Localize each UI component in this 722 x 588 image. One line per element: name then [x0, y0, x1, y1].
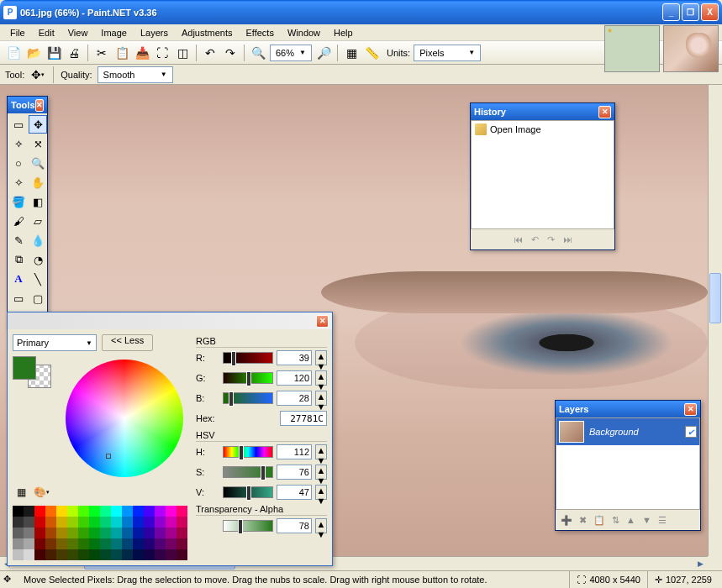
- units-dropdown[interactable]: Pixels▼: [414, 45, 481, 61]
- palette-swatch[interactable]: [177, 517, 187, 528]
- palette-swatch[interactable]: [67, 549, 78, 560]
- palette-swatch[interactable]: [111, 528, 122, 538]
- palette-swatch[interactable]: [89, 506, 100, 517]
- palette-swatch[interactable]: [56, 549, 67, 560]
- tool-move-selected[interactable]: ✥: [29, 115, 47, 134]
- alpha-input[interactable]: 78: [277, 518, 312, 533]
- close-icon[interactable]: ✕: [316, 315, 329, 328]
- palette-swatch[interactable]: [34, 538, 45, 549]
- palette-swatch[interactable]: [89, 517, 100, 528]
- v-slider[interactable]: [223, 486, 273, 498]
- layer-props-icon[interactable]: ☰: [658, 515, 667, 526]
- palette-swatch[interactable]: [166, 517, 177, 528]
- palette-swatch[interactable]: [144, 538, 155, 549]
- duplicate-layer-icon[interactable]: 📋: [593, 515, 605, 526]
- copy-icon[interactable]: 📋: [113, 45, 130, 61]
- palette-swatch[interactable]: [166, 538, 177, 549]
- menu-file[interactable]: File: [3, 26, 32, 39]
- r-input[interactable]: 39: [277, 350, 312, 365]
- history-first-icon[interactable]: ⏮: [514, 234, 523, 244]
- palette-swatch[interactable]: [34, 517, 45, 528]
- palette-swatch[interactable]: [89, 528, 100, 538]
- tool-eraser[interactable]: ▱: [29, 212, 47, 230]
- palette-swatch[interactable]: [100, 528, 111, 538]
- palette-swatch[interactable]: [155, 549, 166, 560]
- r-slider[interactable]: [223, 352, 273, 364]
- palette-swatch[interactable]: [100, 517, 111, 528]
- palette-swatch[interactable]: [177, 538, 187, 549]
- g-slider[interactable]: [223, 372, 273, 384]
- new-icon[interactable]: 📄: [5, 45, 22, 61]
- palette-swatch[interactable]: [111, 506, 122, 517]
- palette-swatch[interactable]: [89, 538, 100, 549]
- g-input[interactable]: 120: [277, 370, 312, 386]
- ruler-icon[interactable]: 📏: [363, 45, 380, 61]
- palette-swatch[interactable]: [144, 506, 155, 517]
- minimize-button[interactable]: _: [662, 3, 680, 21]
- tool-color-picker[interactable]: 💧: [29, 231, 47, 249]
- palette-swatch[interactable]: [144, 517, 155, 528]
- palette-swatch[interactable]: [155, 538, 166, 549]
- palette-swatch[interactable]: [177, 528, 187, 538]
- palette-swatch[interactable]: [166, 506, 177, 517]
- palette-swatch[interactable]: [56, 506, 67, 517]
- tool-magic-wand[interactable]: ✧: [9, 173, 28, 192]
- color-wheel[interactable]: [66, 360, 183, 477]
- tool-recolor[interactable]: ◔: [29, 250, 47, 269]
- h-slider[interactable]: [223, 446, 273, 458]
- menu-effects[interactable]: Effects: [240, 26, 281, 39]
- palette-swatch[interactable]: [133, 517, 144, 528]
- palette-swatch[interactable]: [177, 549, 187, 560]
- layer-item[interactable]: Background ✔: [556, 418, 699, 445]
- s-input[interactable]: 76: [277, 465, 312, 480]
- b-spinner[interactable]: ▲▼: [315, 391, 327, 406]
- add-color-icon[interactable]: ▦: [13, 484, 29, 501]
- palette-swatch[interactable]: [166, 549, 177, 560]
- palette-swatch[interactable]: [133, 506, 144, 517]
- undo-icon[interactable]: ↶: [202, 45, 219, 61]
- palette-swatch[interactable]: [13, 517, 24, 528]
- s-spinner[interactable]: ▲▼: [315, 465, 327, 480]
- menu-image[interactable]: Image: [94, 26, 134, 39]
- palette-swatch[interactable]: [24, 528, 34, 538]
- history-item[interactable]: Open Image: [472, 121, 614, 138]
- palette-menu-icon[interactable]: 🎨▾: [33, 484, 50, 501]
- tool-rectangle[interactable]: ▭: [9, 289, 28, 307]
- menu-edit[interactable]: Edit: [32, 26, 61, 39]
- s-slider[interactable]: [223, 466, 273, 478]
- merge-layer-icon[interactable]: ⇅: [612, 515, 619, 526]
- palette-swatch[interactable]: [45, 506, 56, 517]
- palette-swatch[interactable]: [144, 528, 155, 538]
- close-button[interactable]: X: [701, 3, 719, 21]
- palette-swatch[interactable]: [67, 528, 78, 538]
- b-slider[interactable]: [223, 392, 273, 404]
- palette-swatch[interactable]: [122, 506, 133, 517]
- grid-icon[interactable]: ▦: [343, 45, 360, 61]
- palette-swatch[interactable]: [133, 528, 144, 538]
- palette-swatch[interactable]: [24, 517, 34, 528]
- print-icon[interactable]: 🖨: [66, 45, 82, 61]
- tool-pan[interactable]: ✋: [29, 173, 47, 192]
- history-undo-icon[interactable]: ↶: [531, 234, 539, 245]
- palette-swatch[interactable]: [100, 549, 111, 560]
- close-icon[interactable]: ✕: [598, 106, 611, 118]
- palette-swatch[interactable]: [111, 517, 122, 528]
- history-last-icon[interactable]: ⏭: [563, 234, 572, 244]
- r-spinner[interactable]: ▲▼: [315, 350, 327, 365]
- g-spinner[interactable]: ▲▼: [315, 370, 327, 386]
- v-input[interactable]: 47: [277, 485, 312, 500]
- tool-ellipse-select[interactable]: ○: [9, 154, 28, 172]
- palette-swatch[interactable]: [45, 517, 56, 528]
- palette-swatch[interactable]: [13, 549, 24, 560]
- palette-swatch[interactable]: [67, 517, 78, 528]
- open-icon[interactable]: 📂: [25, 45, 42, 61]
- palette-swatch[interactable]: [45, 528, 56, 538]
- palette-swatch[interactable]: [122, 538, 133, 549]
- palette-swatch[interactable]: [45, 538, 56, 549]
- tool-move-selection[interactable]: ⤧: [29, 134, 47, 153]
- hex-input[interactable]: 27781C: [280, 411, 327, 426]
- tool-pencil[interactable]: ✎: [9, 231, 28, 249]
- palette-swatch[interactable]: [155, 528, 166, 538]
- palette-swatch[interactable]: [100, 506, 111, 517]
- alpha-slider[interactable]: [223, 520, 273, 532]
